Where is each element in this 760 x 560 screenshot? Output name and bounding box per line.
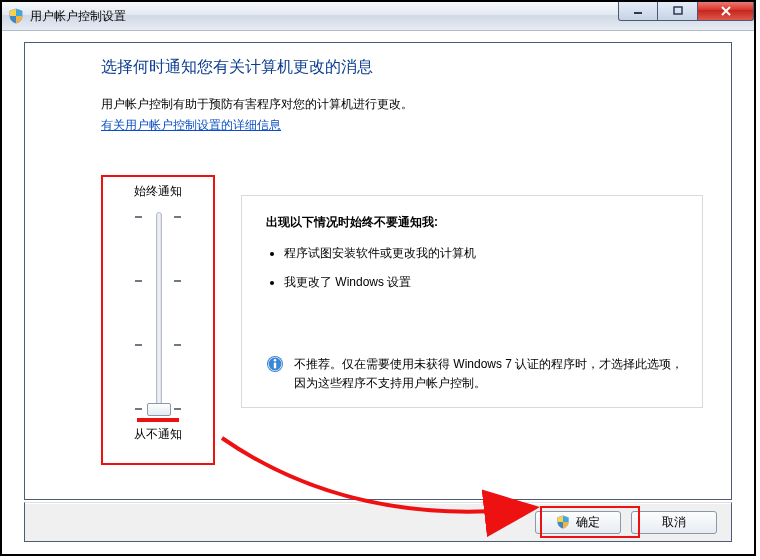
slider-tick: [135, 344, 142, 346]
close-button[interactable]: [698, 1, 754, 21]
annotation-underline: [137, 418, 179, 422]
page-description: 用户帐户控制有助于预防有害程序对您的计算机进行更改。: [101, 96, 731, 113]
content-area: 选择何时通知您有关计算机更改的消息 用户帐户控制有助于预防有害程序对您的计算机进…: [24, 42, 732, 500]
cancel-button-label: 取消: [662, 514, 686, 531]
recommendation-row: 不推荐。仅在需要使用未获得 Windows 7 认证的程序时，才选择此选项，因为…: [266, 355, 684, 393]
window-controls: [618, 1, 754, 21]
uac-shield-icon: [556, 515, 570, 529]
level-bullet-list: 程序试图安装软件或更改我的计算机 我更改了 Windows 设置: [284, 245, 684, 291]
level-subheading: 出现以下情况时始终不要通知我:: [266, 214, 684, 231]
level-bullet: 程序试图安装软件或更改我的计算机: [284, 245, 684, 262]
svg-point-5: [274, 359, 277, 362]
notification-slider-panel: 始终通知 从不通知: [101, 175, 215, 465]
maximize-icon: [673, 6, 683, 16]
minimize-button[interactable]: [618, 1, 658, 21]
slider-tick: [135, 280, 142, 282]
slider-track: [156, 212, 162, 410]
notification-slider[interactable]: [103, 208, 213, 414]
cancel-button[interactable]: 取消: [631, 511, 717, 534]
slider-tick: [135, 216, 142, 218]
ok-button-label: 确定: [576, 514, 600, 531]
dialog-button-bar: 确定 取消: [24, 502, 732, 542]
svg-rect-1: [674, 7, 682, 14]
ok-button[interactable]: 确定: [535, 511, 621, 534]
page-heading: 选择何时通知您有关计算机更改的消息: [101, 57, 731, 78]
window-title: 用户帐户控制设置: [30, 8, 126, 25]
help-link[interactable]: 有关用户帐户控制设置的详细信息: [101, 117, 281, 134]
level-bullet: 我更改了 Windows 设置: [284, 274, 684, 291]
uac-shield-icon: [8, 8, 24, 24]
info-icon: [266, 355, 284, 393]
slider-tick: [174, 408, 181, 410]
slider-label-top: 始终通知: [103, 183, 213, 200]
svg-rect-0: [634, 12, 642, 14]
slider-tick: [135, 408, 142, 410]
level-description-panel: 出现以下情况时始终不要通知我: 程序试图安装软件或更改我的计算机 我更改了 Wi…: [241, 195, 703, 408]
uac-settings-window: 用户帐户控制设置 选择何时通知您有关计算机更改的消息 用户帐户控制有助于预防有害…: [0, 0, 756, 556]
slider-tick: [174, 344, 181, 346]
close-icon: [720, 6, 732, 16]
maximize-button[interactable]: [658, 1, 698, 21]
minimize-icon: [633, 6, 643, 16]
titlebar: 用户帐户控制设置: [2, 2, 754, 31]
svg-rect-6: [274, 362, 276, 368]
slider-thumb[interactable]: [147, 403, 171, 416]
recommendation-text: 不推荐。仅在需要使用未获得 Windows 7 认证的程序时，才选择此选项，因为…: [294, 355, 684, 393]
slider-tick: [174, 280, 181, 282]
slider-tick: [174, 216, 181, 218]
slider-label-bottom: 从不通知: [103, 426, 213, 443]
